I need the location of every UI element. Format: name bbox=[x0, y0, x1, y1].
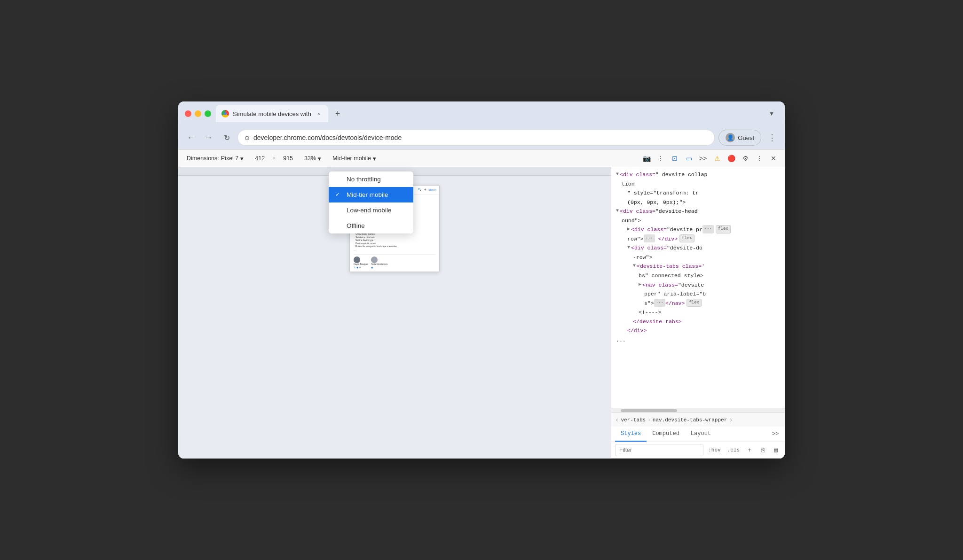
mobile-search-icon: 🔍 bbox=[418, 188, 422, 192]
throttle-option-offline[interactable]: Offline bbox=[329, 218, 413, 233]
devtools-panel: ▼ <div class=" devsite-collap tion " sty… bbox=[611, 167, 785, 459]
throttle-option-mid-tier[interactable]: ✓ Mid-tier mobile bbox=[329, 187, 413, 202]
breadcrumb-right-arrow[interactable]: › bbox=[729, 416, 733, 424]
device-mode-icon[interactable]: ▭ bbox=[682, 152, 695, 165]
checkmark-icon: ✓ bbox=[335, 191, 340, 198]
zoom-dropdown-icon: ▾ bbox=[318, 155, 321, 162]
html-line-18: </div> bbox=[616, 326, 780, 335]
width-input[interactable]: 412 bbox=[251, 154, 268, 163]
address-bar[interactable]: ⊙ developer.chrome.com/docs/devtools/dev… bbox=[237, 130, 715, 146]
sofia-avatar bbox=[371, 257, 378, 263]
no-throttling-label: No throttling bbox=[347, 176, 381, 183]
tab-computed[interactable]: Computed bbox=[647, 427, 685, 442]
horizontal-scrollbar[interactable] bbox=[611, 408, 785, 412]
breadcrumb-nav-wrapper[interactable]: nav.devsite-tabs-wrapper bbox=[653, 417, 727, 423]
toc-item-pixel: Set device pixel ratio bbox=[354, 236, 435, 239]
more-tabs-button[interactable]: >> bbox=[770, 431, 781, 437]
class-toggle[interactable]: .cls bbox=[726, 446, 742, 454]
breadcrumb-left-arrow[interactable]: ‹ bbox=[615, 416, 619, 424]
throttle-value: Mid-tier mobile bbox=[332, 155, 371, 162]
html-line-3: " style="transform: tr bbox=[616, 188, 780, 198]
more-panels-icon[interactable]: >> bbox=[696, 152, 710, 165]
mobile-theme-icon: ☀ bbox=[424, 188, 426, 192]
mobile-authors-section: Kayce Basques 𝕏 ◉ ✉ bbox=[354, 254, 435, 269]
toc-item-device-specific: Device-specific mode bbox=[354, 242, 435, 245]
html-line-12: bs" connected style> bbox=[616, 271, 780, 280]
html-line-6: ound"> bbox=[616, 216, 780, 226]
mobile-more-indicator: ... bbox=[354, 249, 435, 251]
error-icon[interactable]: 🔴 bbox=[725, 152, 738, 165]
html-line-5: ▼ <div class="devsite-head bbox=[616, 207, 780, 216]
reload-button[interactable]: ↻ bbox=[220, 131, 234, 145]
add-style-rule-button[interactable]: + bbox=[744, 445, 755, 455]
dimensions-selector[interactable]: Dimensions: Pixel 7 ▾ bbox=[183, 154, 247, 163]
panel-more-options-icon[interactable]: ⋮ bbox=[753, 152, 766, 165]
throttle-option-low-end[interactable]: Low-end mobile bbox=[329, 202, 413, 218]
toggle-layout-button[interactable]: ▤ bbox=[771, 445, 781, 455]
sofia-linkedin-icon: ◉ bbox=[371, 266, 373, 269]
traffic-lights bbox=[185, 110, 211, 117]
throttle-wrapper: Mid-tier mobile ▾ No throttling ✓ Mid-ti… bbox=[329, 154, 380, 163]
new-tab-button[interactable]: + bbox=[331, 107, 344, 120]
html-elements-panel[interactable]: ▼ <div class=" devsite-collap tion " sty… bbox=[611, 167, 785, 408]
toc-item-rotate: Rotate the viewport to landscape orienta… bbox=[354, 245, 435, 248]
html-line-13: ▶ <nav class="devsite bbox=[616, 280, 780, 290]
capture-screenshot-button[interactable]: 📷 bbox=[640, 152, 653, 165]
throttle-option-no-throttling[interactable]: No throttling bbox=[329, 171, 413, 187]
zoom-selector[interactable]: 33% ▾ bbox=[300, 154, 325, 163]
horizontal-scrollbar-thumb bbox=[621, 409, 677, 412]
warning-icon[interactable]: ⚠ bbox=[710, 152, 724, 165]
throttle-dropdown-icon: ▾ bbox=[373, 155, 376, 162]
close-panel-icon[interactable]: ✕ bbox=[767, 152, 780, 165]
kayce-linkedin-icon: ◉ bbox=[356, 266, 358, 269]
settings-icon[interactable]: ⚙ bbox=[739, 152, 752, 165]
tab-list-dropdown[interactable]: ▼ bbox=[765, 107, 778, 120]
more-options-button[interactable]: ⋮ bbox=[654, 152, 667, 165]
ellipsis-badge-1[interactable]: ··· bbox=[703, 225, 714, 233]
html-line-17: </devsite-tabs> bbox=[616, 317, 780, 327]
filter-input[interactable] bbox=[615, 444, 703, 456]
kayce-twitter-icon: 𝕏 bbox=[354, 266, 355, 269]
minimize-window-button[interactable] bbox=[195, 110, 201, 117]
ellipsis-badge-2[interactable]: ··· bbox=[644, 234, 655, 242]
tab-bar: Simulate mobile devices with × + ▼ bbox=[216, 105, 778, 122]
tab-title: Simulate mobile devices with bbox=[233, 110, 311, 117]
mobile-signin-button[interactable]: Sign in bbox=[428, 188, 436, 191]
toc-item-media: Show media queries bbox=[354, 233, 435, 235]
back-button[interactable]: ← bbox=[184, 131, 198, 145]
browser-menu-button[interactable]: ⋮ bbox=[765, 131, 779, 145]
html-line-16: <!----> bbox=[616, 308, 780, 317]
nav-bar: ← → ↻ ⊙ developer.chrome.com/docs/devtoo… bbox=[178, 126, 785, 149]
throttle-selector[interactable]: Mid-tier mobile ▾ bbox=[329, 154, 380, 163]
height-input[interactable]: 915 bbox=[279, 154, 297, 163]
chrome-favicon-icon bbox=[221, 110, 229, 117]
sofia-name: Sofia Emelianova bbox=[371, 263, 387, 265]
main-content: ≡ Chrome for Developers 🔍 ☀ Sign in Chro… bbox=[178, 167, 785, 459]
height-value: 915 bbox=[283, 155, 293, 162]
html-line-10: -row"> bbox=[616, 253, 780, 262]
tab-styles[interactable]: Styles bbox=[615, 427, 647, 442]
maximize-window-button[interactable] bbox=[205, 110, 211, 117]
styles-filter-bar: :hov .cls + ⎘ ▤ bbox=[611, 442, 785, 459]
devtools-toolbar: Dimensions: Pixel 7 ▾ 412 × 915 33% ▾ Mi… bbox=[178, 149, 785, 167]
html-line-14: pper" aria-label="b bbox=[616, 289, 780, 299]
tab-layout[interactable]: Layout bbox=[685, 427, 717, 442]
width-value: 412 bbox=[255, 155, 265, 162]
breadcrumb-ver-tabs[interactable]: ver-tabs bbox=[621, 417, 646, 423]
dimensions-device: Pixel 7 bbox=[221, 155, 239, 162]
profile-button[interactable]: 👤 Guest bbox=[718, 130, 761, 146]
active-tab[interactable]: Simulate mobile devices with × bbox=[216, 105, 328, 122]
security-icon: ⊙ bbox=[245, 134, 250, 141]
ellipsis-badge-3[interactable]: ··· bbox=[654, 299, 665, 307]
copy-styles-button[interactable]: ⎘ bbox=[758, 445, 768, 455]
tab-close-button[interactable]: × bbox=[315, 110, 323, 117]
element-picker-icon[interactable]: ⊡ bbox=[668, 152, 681, 165]
close-window-button[interactable] bbox=[185, 110, 191, 117]
profile-label: Guest bbox=[738, 134, 754, 141]
kayce-avatar bbox=[354, 257, 360, 263]
forward-button[interactable]: → bbox=[202, 131, 216, 145]
html-line-8: row"> ··· </div> flex bbox=[616, 234, 780, 244]
browser-window: Simulate mobile devices with × + ▼ ← → ↻… bbox=[178, 101, 785, 459]
panel-tabs-bar: Styles Computed Layout >> bbox=[611, 427, 785, 442]
hover-toggle[interactable]: :hov bbox=[706, 446, 722, 454]
